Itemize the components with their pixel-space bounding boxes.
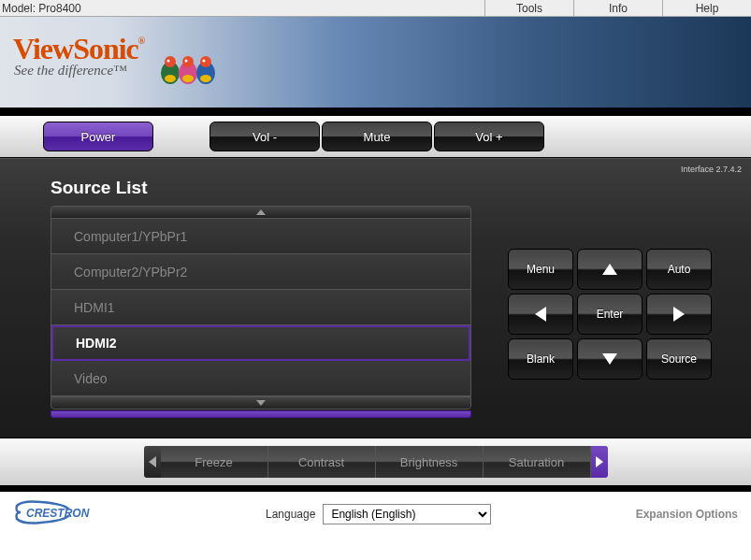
toolbar: Power Vol - Mute Vol +	[0, 116, 751, 158]
source-list: Computer1/YPbPr1Computer2/YPbPr2HDMI1HDM…	[51, 219, 471, 396]
svg-point-6	[167, 60, 170, 63]
source-progress-bar	[51, 410, 471, 418]
crestron-logo: CRESTRON	[13, 498, 125, 530]
tabs-container: FreezeContrastBrightnessSaturation	[161, 446, 591, 478]
mute-button[interactable]: Mute	[322, 122, 432, 151]
expansion-options[interactable]: Expansion Options	[636, 508, 738, 521]
tab[interactable]: Saturation	[484, 446, 591, 478]
arrow-left-icon	[535, 307, 546, 322]
up-key[interactable]	[577, 249, 643, 290]
source-list-title: Source List	[0, 159, 751, 206]
tabs-bar: FreezeContrastBrightnessSaturation	[0, 438, 751, 486]
source-item[interactable]: Computer2/YPbPr2	[51, 254, 470, 290]
triangle-down-icon	[256, 400, 266, 406]
down-key[interactable]	[577, 338, 643, 380]
tab[interactable]: Freeze	[161, 446, 268, 478]
svg-point-10	[182, 75, 194, 82]
svg-point-8	[203, 60, 206, 63]
svg-marker-19	[596, 456, 603, 467]
svg-point-11	[200, 75, 211, 82]
svg-point-4	[182, 56, 194, 67]
source-item[interactable]: Computer1/YPbPr1	[51, 219, 470, 254]
main-panel: Interface 2.7.4.2 Source List Computer1/…	[0, 158, 751, 438]
svg-point-5	[200, 56, 211, 67]
auto-key[interactable]: Auto	[646, 249, 712, 290]
menu-help[interactable]: Help	[662, 0, 751, 16]
brand-name: ViewSonic	[13, 32, 138, 65]
interface-version: Interface 2.7.4.2	[681, 165, 742, 174]
tabs-next[interactable]	[591, 446, 608, 478]
brand-tagline: See the difference™	[13, 63, 751, 79]
source-key[interactable]: Source	[646, 338, 712, 380]
menu-info[interactable]: Info	[573, 0, 662, 16]
menu-tools[interactable]: Tools	[484, 0, 573, 16]
svg-marker-12	[256, 209, 266, 215]
svg-text:CRESTRON: CRESTRON	[26, 507, 90, 520]
power-button[interactable]: Power	[43, 122, 153, 151]
model-label: Model: Pro8400	[0, 2, 81, 15]
tabs-prev[interactable]	[144, 446, 161, 478]
arrow-down-icon	[602, 353, 617, 365]
svg-point-7	[185, 60, 188, 63]
tab[interactable]: Contrast	[268, 446, 376, 478]
left-key[interactable]	[508, 294, 573, 335]
tab[interactable]: Brightness	[376, 446, 484, 478]
source-scroll-down[interactable]	[51, 396, 471, 409]
reg-mark: ®	[138, 36, 144, 46]
arrow-up-icon	[602, 264, 617, 275]
language-select[interactable]: English (English)	[323, 504, 491, 524]
svg-marker-16	[673, 307, 685, 322]
svg-point-3	[165, 56, 176, 67]
footer: CRESTRON Language English (English) Expa…	[0, 492, 751, 537]
svg-marker-18	[149, 456, 156, 467]
svg-marker-15	[535, 307, 546, 322]
source-item[interactable]: HDMI1	[51, 290, 470, 325]
vol-up-button[interactable]: Vol +	[434, 122, 544, 151]
source-item[interactable]: HDMI2	[51, 325, 470, 361]
nav-keypad: Menu Auto Enter Blank Source	[508, 249, 714, 383]
header-band: ViewSonic® See the difference™	[0, 17, 751, 108]
right-key[interactable]	[646, 294, 712, 335]
triangle-up-icon	[256, 209, 266, 215]
svg-marker-17	[602, 353, 617, 365]
birds-icon	[155, 45, 221, 92]
vol-down-button[interactable]: Vol -	[209, 122, 320, 151]
source-scroll-up[interactable]	[51, 206, 471, 219]
top-menu-bar: Model: Pro8400 Tools Info Help	[0, 0, 751, 17]
menu-key[interactable]: Menu	[508, 249, 573, 290]
language-area: Language English (English)	[266, 504, 491, 524]
chevron-right-icon	[596, 456, 603, 467]
source-list-container: Computer1/YPbPr1Computer2/YPbPr2HDMI1HDM…	[51, 206, 471, 418]
svg-marker-13	[256, 400, 266, 406]
enter-key[interactable]: Enter	[577, 294, 643, 335]
svg-point-9	[165, 75, 176, 82]
source-item[interactable]: Video	[51, 361, 470, 396]
svg-marker-14	[602, 264, 617, 275]
chevron-left-icon	[149, 456, 156, 467]
blank-key[interactable]: Blank	[508, 338, 573, 380]
language-label: Language	[266, 508, 315, 521]
arrow-right-icon	[673, 307, 685, 322]
viewsonic-logo: ViewSonic® See the difference™	[0, 17, 751, 79]
